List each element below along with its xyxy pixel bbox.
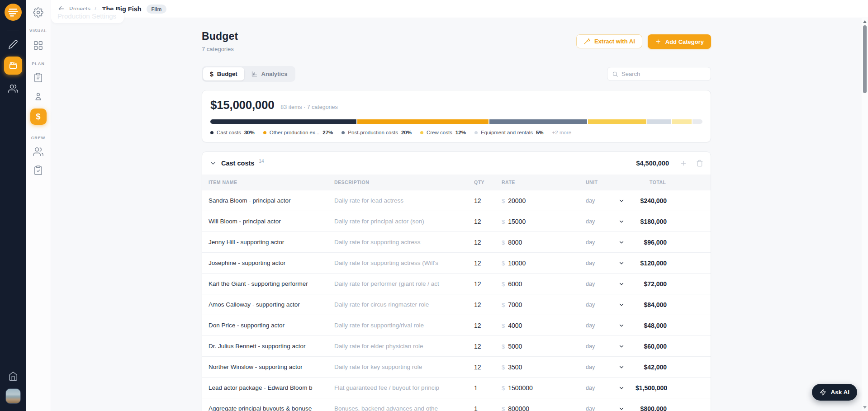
rate-cell[interactable]: $6000 [502,280,586,288]
description-cell[interactable]: Daily rate for supporting actress (Will'… [334,260,474,266]
add-item-icon[interactable] [680,160,687,167]
description-cell[interactable]: Daily rate for key supporting role [334,364,474,370]
unit-select[interactable]: day [586,218,636,225]
item-name-cell[interactable]: Norther Winslow - supporting actor [209,364,334,370]
description-cell[interactable]: Bonuses, backend advances and othe [334,405,474,411]
rate-cell[interactable]: $800000 [502,405,586,411]
clipboard-list-icon[interactable] [33,72,43,83]
column-header: QTY [474,180,502,185]
settings-gear-icon[interactable] [33,7,43,18]
description-cell[interactable]: Daily rate for supporting actress [334,239,474,246]
main-area: Production Settings Projects / The Big F… [51,0,868,411]
rate-cell[interactable]: $1500000 [502,384,586,392]
back-arrow-icon[interactable] [57,5,65,13]
people-nav-icon[interactable] [8,84,18,94]
qty-cell[interactable]: 12 [474,280,502,288]
unit-select[interactable]: day [586,343,636,350]
item-name-cell[interactable]: Lead actor package - Edward Bloom b [209,384,334,391]
qty-cell[interactable]: 1 [474,384,502,392]
budget-meta: 83 items · 7 categories [280,104,337,110]
breadcrumb-projects-link[interactable]: Projects [69,5,90,12]
item-name-cell[interactable]: Will Bloom - principal actor [209,218,334,225]
budget-tool-active[interactable]: $ [30,109,47,125]
scroll-up-arrow[interactable] [863,20,867,23]
tab-budget[interactable]: $ Budget [203,67,244,80]
unit-select[interactable]: day [586,260,636,266]
item-name-cell[interactable]: Don Price - supporting actor [209,322,334,329]
legend-more[interactable]: +2 more [552,130,572,135]
description-cell[interactable]: Daily rate for principal actor (son) [334,218,474,225]
item-name-cell[interactable]: Amos Calloway - supporting actor [209,301,334,308]
unit-select[interactable]: day [586,406,636,411]
crew-people-icon[interactable] [33,146,43,157]
unit-select[interactable]: day [586,385,636,391]
production-tool-active[interactable] [4,57,22,75]
unit-select[interactable]: day [586,198,636,204]
qty-cell[interactable]: 12 [474,301,502,308]
currency-symbol: $ [502,218,505,225]
description-cell[interactable]: Flat guaranteed fee / buyout for princip [334,384,474,391]
table-body: Sandra Bloom - principal actorDaily rate… [202,190,711,411]
search-box[interactable] [607,67,711,81]
home-icon[interactable] [8,371,18,381]
scroll-down-arrow[interactable] [863,406,867,409]
scrollbar-thumb[interactable] [863,25,867,93]
description-cell[interactable]: Daily rate for performer (giant role / a… [334,280,474,287]
qty-cell[interactable]: 12 [474,239,502,246]
breadcrumb-project-title: The Big Fish [102,5,142,13]
qty-cell[interactable]: 12 [474,364,502,371]
chevron-down-icon [618,239,625,246]
total-cell: $180,000 [636,218,704,225]
section-label-crew: CREW [31,136,46,140]
location-person-icon[interactable] [33,91,43,101]
description-cell[interactable]: Daily rate for elder physician role [334,343,474,350]
rate-cell[interactable]: $15000 [502,218,586,225]
rate-cell[interactable]: $3500 [502,364,586,371]
rate-cell[interactable]: $7000 [502,301,586,308]
magic-wand-icon [583,38,590,45]
legend-percent: 12% [455,130,466,135]
chevron-down-icon[interactable] [209,160,217,167]
rate-cell[interactable]: $8000 [502,239,586,246]
unit-select[interactable]: day [586,302,636,308]
write-pencil-icon[interactable] [8,39,18,49]
item-name-cell[interactable]: Dr. Julius Bennett - supporting actor [209,343,334,350]
app-logo[interactable] [5,4,22,21]
unit-select[interactable]: day [586,239,636,246]
rate-cell[interactable]: $10000 [502,260,586,267]
secondary-sidebar: VISUAL PLAN $ CREW [26,0,51,411]
qty-cell[interactable]: 12 [474,197,502,204]
qty-cell[interactable]: 12 [474,218,502,225]
category-item-count: 14 [259,159,264,164]
description-cell[interactable]: Daily rate for circus ringmaster role [334,301,474,308]
grid-board-icon[interactable] [33,40,43,51]
user-avatar[interactable] [5,388,21,404]
item-name-cell[interactable]: Karl the Giant - supporting performer [209,280,334,287]
item-name-cell[interactable]: Aggregate principal buyouts & bonuse [209,405,334,411]
column-header: RATE [502,180,586,185]
search-input[interactable] [621,71,706,77]
rate-cell[interactable]: $5000 [502,343,586,350]
description-cell[interactable]: Daily rate for supporting/rival role [334,322,474,329]
item-name-cell[interactable]: Sandra Bloom - principal actor [209,197,334,204]
table-row: Sandra Bloom - principal actorDaily rate… [202,190,711,211]
add-category-button[interactable]: Add Category [648,34,711,49]
qty-cell[interactable]: 12 [474,322,502,329]
tab-analytics[interactable]: Analytics [244,67,294,80]
extract-with-ai-button[interactable]: Extract with AI [576,34,642,48]
description-cell[interactable]: Daily rate for lead actress [334,197,474,204]
rate-cell[interactable]: $4000 [502,322,586,329]
qty-cell[interactable]: 12 [474,260,502,267]
unit-select[interactable]: day [586,364,636,370]
clipboard-check-icon[interactable] [33,165,43,175]
item-name-cell[interactable]: Josephine - supporting actor [209,260,334,266]
total-cell: $60,000 [636,343,704,350]
item-name-cell[interactable]: Jenny Hill - supporting actor [209,239,334,246]
qty-cell[interactable]: 12 [474,343,502,350]
qty-cell[interactable]: 1 [474,405,502,411]
rate-cell[interactable]: $20000 [502,197,586,204]
unit-select[interactable]: day [586,281,636,287]
unit-select[interactable]: day [586,322,636,329]
delete-category-icon[interactable] [696,160,703,167]
ask-ai-button[interactable]: Ask AI [812,384,857,401]
